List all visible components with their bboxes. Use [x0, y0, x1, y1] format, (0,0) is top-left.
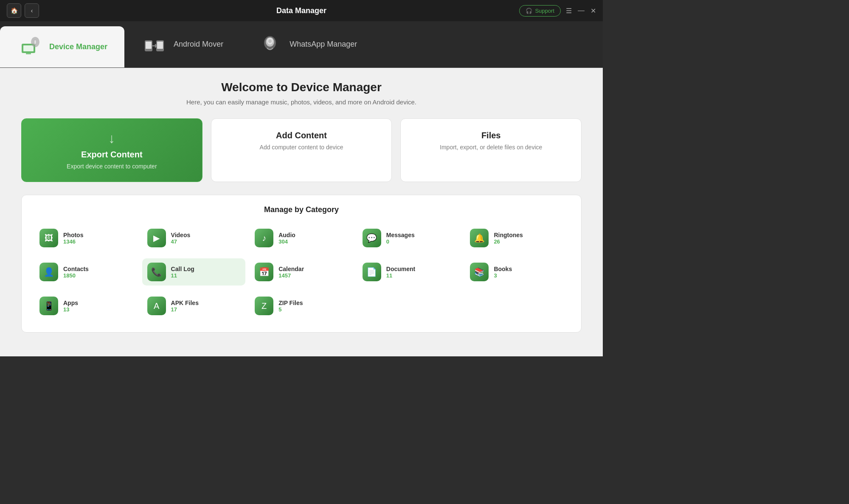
- category-icon-contacts: 👤: [39, 263, 58, 281]
- category-icon-ringtones: 🔔: [470, 229, 489, 247]
- category-count-ringtones: 26: [494, 238, 523, 245]
- category-name-call-log: Call Log: [171, 266, 194, 272]
- category-icon-messages: 💬: [363, 229, 381, 247]
- category-count-zip-files: 5: [278, 306, 303, 313]
- home-button[interactable]: 🏠: [7, 3, 21, 18]
- category-item-videos[interactable]: ▶ Videos 47: [142, 224, 246, 252]
- category-count-photos: 1346: [63, 238, 83, 245]
- titlebar: 🏠 ‹ Data Manager 🎧 Support ☰ — ✕: [0, 0, 603, 21]
- category-count-apps: 13: [63, 306, 78, 313]
- export-content-card[interactable]: ↓ Export Content Export device content t…: [21, 118, 202, 182]
- category-name-document: Document: [386, 266, 415, 272]
- svg-rect-5: [34, 40, 36, 44]
- category-icon-videos: ▶: [147, 229, 166, 247]
- svg-rect-7: [146, 42, 152, 49]
- category-item-photos[interactable]: 🖼 Photos 1346: [34, 224, 138, 252]
- files-card[interactable]: Files Import, export, or delete files on…: [400, 118, 582, 182]
- files-desc: Import, export, or delete files on devic…: [409, 144, 573, 151]
- nav-tabs: Device Manager Android Mover What: [0, 21, 603, 68]
- tab-device-manager[interactable]: Device Manager: [0, 26, 124, 67]
- main-content: Welcome to Device Manager Here, you can …: [0, 68, 603, 356]
- category-name-books: Books: [494, 266, 512, 272]
- welcome-section: Welcome to Device Manager Here, you can …: [21, 81, 582, 106]
- category-count-call-log: 11: [171, 272, 194, 279]
- titlebar-left: 🏠 ‹: [7, 3, 39, 18]
- category-item-call-log[interactable]: 📞 Call Log 11: [142, 258, 246, 286]
- support-button[interactable]: 🎧 Support: [519, 5, 561, 17]
- svg-rect-9: [157, 42, 163, 49]
- close-button[interactable]: ✕: [590, 7, 596, 15]
- device-manager-icon: [17, 34, 42, 60]
- category-item-zip-files[interactable]: Z ZIP Files 5: [250, 292, 353, 319]
- category-name-photos: Photos: [63, 232, 83, 238]
- category-icon-audio: ♪: [255, 229, 273, 247]
- menu-button[interactable]: ☰: [566, 7, 572, 15]
- category-section: Manage by Category 🖼 Photos 1346 ▶ Video…: [21, 195, 582, 333]
- files-title: Files: [409, 131, 573, 140]
- category-name-zip-files: ZIP Files: [278, 300, 303, 306]
- category-count-calendar: 1457: [278, 272, 304, 279]
- category-name-audio: Audio: [278, 232, 295, 238]
- category-count-document: 11: [386, 272, 415, 279]
- svg-point-13: [268, 39, 272, 43]
- app-title: Data Manager: [276, 6, 326, 15]
- category-item-messages[interactable]: 💬 Messages 0: [357, 224, 461, 252]
- tab-android-mover[interactable]: Android Mover: [124, 21, 240, 67]
- svg-rect-2: [26, 53, 31, 54]
- category-icon-call-log: 📞: [147, 263, 166, 281]
- category-name-ringtones: Ringtones: [494, 232, 523, 238]
- export-icon: ↓: [30, 131, 194, 146]
- category-icon-photos: 🖼: [39, 229, 58, 247]
- window-controls: ☰ — ✕: [566, 7, 596, 15]
- category-item-books[interactable]: 📚 Books 3: [465, 258, 568, 286]
- support-icon: 🎧: [526, 8, 532, 14]
- tab-whatsapp-manager-label: WhatsApp Manager: [290, 40, 357, 49]
- category-count-videos: 47: [171, 238, 191, 245]
- category-count-messages: 0: [386, 238, 415, 245]
- category-name-apps: Apps: [63, 300, 78, 306]
- svg-rect-1: [23, 45, 34, 51]
- android-mover-icon: [141, 32, 167, 57]
- category-item-ringtones[interactable]: 🔔 Ringtones 26: [465, 224, 568, 252]
- category-icon-apk-files: A: [147, 297, 166, 315]
- category-name-videos: Videos: [171, 232, 191, 238]
- category-item-calendar[interactable]: 📅 Calendar 1457: [250, 258, 353, 286]
- category-name-contacts: Contacts: [63, 266, 89, 272]
- category-item-apps[interactable]: 📱 Apps 13: [34, 292, 138, 319]
- welcome-subtitle: Here, you can easily manage music, photo…: [21, 98, 582, 106]
- category-count-contacts: 1850: [63, 272, 89, 279]
- add-content-desc: Add computer content to device: [220, 144, 383, 151]
- minimize-button[interactable]: —: [578, 7, 585, 14]
- tab-whatsapp-manager[interactable]: WhatsApp Manager: [240, 21, 374, 67]
- category-name-apk-files: APK Files: [171, 300, 199, 306]
- category-grid: 🖼 Photos 1346 ▶ Videos 47 ♪ Audio 304 💬 …: [34, 224, 568, 319]
- category-item-document[interactable]: 📄 Document 11: [357, 258, 461, 286]
- back-button[interactable]: ‹: [25, 3, 39, 18]
- category-icon-document: 📄: [363, 263, 381, 281]
- category-name-messages: Messages: [386, 232, 415, 238]
- category-icon-books: 📚: [470, 263, 489, 281]
- category-item-apk-files[interactable]: A APK Files 17: [142, 292, 246, 319]
- tab-device-manager-label: Device Manager: [49, 42, 107, 51]
- welcome-title: Welcome to Device Manager: [21, 81, 582, 94]
- tab-android-mover-label: Android Mover: [174, 40, 223, 49]
- category-count-apk-files: 17: [171, 306, 199, 313]
- category-item-contacts[interactable]: 👤 Contacts 1850: [34, 258, 138, 286]
- add-content-card[interactable]: Add Content Add computer content to devi…: [211, 118, 392, 182]
- category-icon-calendar: 📅: [255, 263, 273, 281]
- category-section-title: Manage by Category: [34, 205, 568, 214]
- category-icon-zip-files: Z: [255, 297, 273, 315]
- export-content-desc: Export device content to computer: [30, 163, 194, 170]
- export-content-title: Export Content: [30, 150, 194, 160]
- category-count-books: 3: [494, 272, 512, 279]
- titlebar-right: 🎧 Support ☰ — ✕: [519, 5, 596, 17]
- category-icon-apps: 📱: [39, 297, 58, 315]
- category-name-calendar: Calendar: [278, 266, 304, 272]
- back-icon: ‹: [31, 7, 33, 14]
- home-icon: 🏠: [11, 7, 18, 14]
- category-count-audio: 304: [278, 238, 295, 245]
- whatsapp-manager-icon: [257, 32, 283, 57]
- action-cards: ↓ Export Content Export device content t…: [21, 118, 582, 182]
- category-item-audio[interactable]: ♪ Audio 304: [250, 224, 353, 252]
- add-content-title: Add Content: [220, 131, 383, 140]
